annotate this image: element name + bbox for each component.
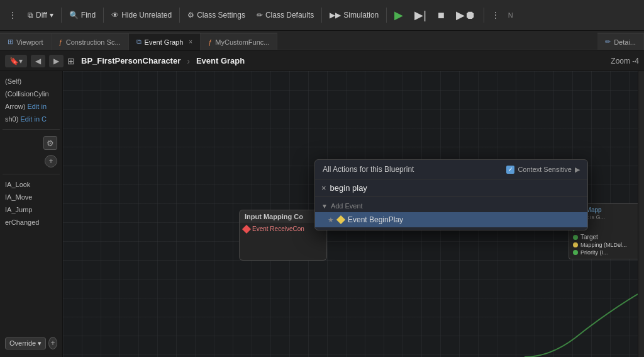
zoom-label: Zoom -4 bbox=[611, 57, 639, 65]
left-icon-row-add: + bbox=[3, 154, 60, 169]
diff-label: Diff bbox=[36, 11, 47, 20]
node-pin-mapping: Mapping (MLDel... bbox=[573, 241, 634, 249]
mycustom-icon: ƒ bbox=[208, 38, 212, 46]
left-divider-1 bbox=[3, 129, 60, 130]
event-label: Event ReceiveCon bbox=[252, 225, 304, 232]
toolbar-hide-unrelated-btn[interactable]: 👁 Hide Unrelated bbox=[106, 8, 177, 22]
curve-svg bbox=[512, 263, 638, 357]
pin-mapping-label: Mapping (MLDel... bbox=[580, 242, 627, 248]
bookmark-btn[interactable]: 🔖▾ bbox=[5, 55, 27, 67]
tab-construction-label: Construction Sc... bbox=[66, 38, 121, 46]
viewport-icon: ⊞ bbox=[8, 38, 13, 46]
diff-chevron: ▾ bbox=[50, 11, 53, 20]
canvas[interactable]: Input Mapping Co Event ReceiveCon Add Ma… bbox=[63, 71, 638, 357]
cm-result-label: Event BeginPlay bbox=[348, 215, 403, 224]
result-diamond-icon bbox=[336, 215, 345, 224]
grid-icon: ⊞ bbox=[67, 56, 75, 66]
left-ia-jump[interactable]: IA_Jump bbox=[3, 205, 60, 215]
toolbar-find-btn[interactable]: 🔍 Find bbox=[64, 8, 101, 22]
pin-priority-label: Priority (I... bbox=[580, 249, 608, 256]
toolbar-n-label: N bbox=[508, 11, 513, 19]
node-input-mapping[interactable]: Input Mapping Co Event ReceiveCon bbox=[239, 210, 327, 261]
tab-construction[interactable]: ƒ Construction Sc... bbox=[52, 33, 129, 50]
toolbar-diff-btn[interactable]: ⧉ Diff ▾ bbox=[23, 8, 58, 22]
left-divider-2 bbox=[3, 174, 60, 174]
sep-1 bbox=[61, 8, 62, 23]
tab-event-graph-label: Event Graph bbox=[145, 38, 184, 46]
hide-unrelated-label: Hide Unrelated bbox=[121, 11, 172, 20]
bottom-add-btn[interactable]: + bbox=[48, 337, 57, 349]
tab-event-graph-close[interactable]: × bbox=[189, 38, 192, 45]
breadcrumb-blueprint: BP_FirstPersonCharacter bbox=[81, 56, 180, 65]
cm-category-add-event: ▼ Add Event bbox=[315, 200, 587, 212]
toolbar-class-settings-btn[interactable]: ⚙ Class Settings bbox=[182, 8, 250, 22]
pin-mapping-circle bbox=[573, 242, 578, 247]
diff-icon: ⧉ bbox=[28, 11, 33, 20]
search-input[interactable] bbox=[330, 183, 581, 193]
sep-3 bbox=[179, 8, 180, 23]
breadcrumb-graph: Event Graph bbox=[196, 56, 245, 65]
left-item-sh0: sh0) Edit in C bbox=[3, 114, 60, 124]
sep-6 bbox=[484, 8, 484, 23]
class-settings-icon: ⚙ bbox=[187, 11, 194, 20]
toolbar-play-advance-btn[interactable]: ▶| bbox=[409, 6, 431, 25]
toolbar-class-defaults-btn[interactable]: ✏ Class Defaults bbox=[252, 8, 319, 22]
cm-result-begin-play[interactable]: ★ Event BeginPlay bbox=[315, 212, 587, 227]
tab-viewport[interactable]: ⊞ Viewport bbox=[0, 33, 52, 50]
cm-category-label: Add Event bbox=[331, 202, 363, 210]
toolbar-simulation-btn[interactable]: ▶▶ Simulation bbox=[325, 8, 384, 22]
left-ia-move[interactable]: IA_Move bbox=[3, 192, 60, 202]
add-circle-btn[interactable]: + bbox=[45, 155, 57, 167]
left-item-collision: (CollisionCylin bbox=[3, 89, 60, 99]
toolbar-dots-right[interactable]: ⋮ bbox=[487, 8, 504, 22]
toolbar-stop-btn[interactable]: ■ bbox=[433, 6, 450, 25]
left-bottom: Override ▾ + bbox=[3, 334, 60, 352]
breadcrumb-sep: › bbox=[187, 56, 190, 66]
left-item-self: (Self) bbox=[3, 76, 60, 86]
cm-check-icon: ✓ bbox=[506, 166, 514, 174]
forward-btn[interactable]: ▶ bbox=[49, 55, 64, 67]
edit-sh0-link[interactable]: Edit in C bbox=[20, 115, 47, 123]
tab-details-label: Detai... bbox=[614, 38, 636, 46]
construction-icon: ƒ bbox=[59, 38, 63, 46]
sep-5 bbox=[386, 8, 387, 23]
right-panel bbox=[638, 71, 644, 357]
node-pin-target: Target bbox=[573, 233, 634, 241]
node-pin-priority: Priority (I... bbox=[573, 249, 634, 256]
find-label: Find bbox=[81, 11, 96, 20]
tab-mycustom[interactable]: ƒ MyCustomFunc... bbox=[201, 33, 277, 50]
simulation-icon: ▶▶ bbox=[330, 11, 341, 20]
event-graph-icon: ⧉ bbox=[136, 38, 142, 46]
class-defaults-icon: ✏ bbox=[257, 11, 263, 20]
override-btn[interactable]: Override ▾ bbox=[5, 337, 46, 349]
category-arrow-icon: ▼ bbox=[321, 203, 328, 210]
node-input-mapping-header: Input Mapping Co bbox=[239, 210, 327, 223]
toolbar: ⋮ ⧉ Diff ▾ 🔍 Find 👁 Hide Unrelated ⚙ Cla… bbox=[0, 0, 644, 31]
pin-priority-circle bbox=[573, 250, 578, 255]
toolbar-play-btn[interactable]: ▶ bbox=[389, 6, 408, 25]
hide-icon: 👁 bbox=[111, 11, 119, 20]
left-panel: (Self) (CollisionCylin Arrow) Edit in sh… bbox=[0, 71, 63, 357]
edit-arrow-link[interactable]: Edit in bbox=[27, 103, 47, 110]
toolbar-record-btn[interactable]: ▶⏺ bbox=[451, 6, 481, 25]
class-defaults-label: Class Defaults bbox=[265, 11, 314, 20]
sep-4 bbox=[321, 8, 322, 23]
tab-event-graph[interactable]: ⧉ Event Graph × bbox=[129, 33, 201, 50]
gear-btn[interactable]: ⚙ bbox=[43, 136, 57, 150]
override-chevron: ▾ bbox=[38, 339, 42, 348]
left-ia-look[interactable]: IA_Look bbox=[3, 179, 60, 190]
class-settings-label: Class Settings bbox=[197, 11, 245, 20]
cm-arrow-icon: ▶ bbox=[575, 166, 580, 174]
toolbar-dots-left[interactable]: ⋮ bbox=[4, 8, 21, 22]
event-diamond bbox=[242, 224, 251, 233]
left-erchanged[interactable]: erChanged bbox=[3, 217, 60, 227]
tab-viewport-label: Viewport bbox=[16, 38, 43, 46]
node-body-spacer bbox=[240, 235, 326, 254]
search-box: × bbox=[315, 179, 587, 197]
tab-details[interactable]: ✏ Detai... bbox=[597, 33, 644, 50]
back-btn[interactable]: ◀ bbox=[31, 55, 45, 67]
cm-title: All Actions for this Blueprint bbox=[323, 165, 414, 174]
node-input-mapping-body: Event ReceiveCon bbox=[239, 223, 327, 261]
search-clear-btn[interactable]: × bbox=[321, 183, 326, 193]
main: (Self) (CollisionCylin Arrow) Edit in sh… bbox=[0, 71, 644, 357]
